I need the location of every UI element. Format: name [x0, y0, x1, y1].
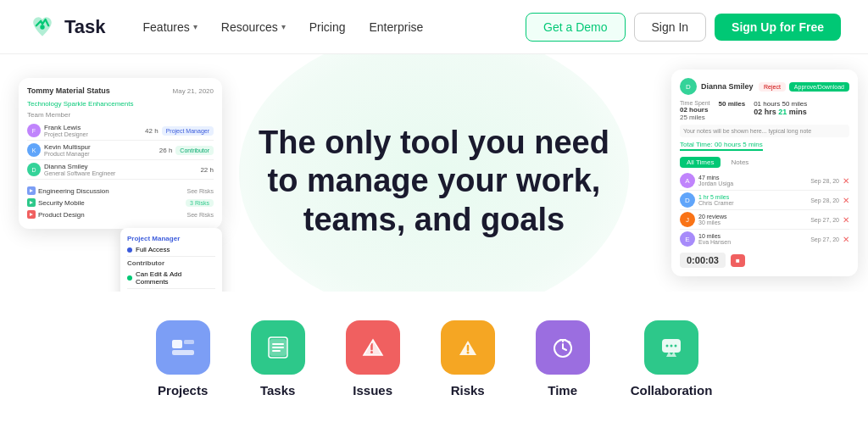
svg-point-10 [370, 351, 373, 353]
section-row: ▸ Engineering Discussion See Risks [27, 185, 214, 197]
time-label: Time [548, 383, 577, 397]
log-avatar: J [680, 212, 695, 227]
right-mockup: D Dianna Smiley Reject Approve/Download … [671, 69, 858, 276]
timer-row: 0:00:03 ■ [680, 253, 849, 268]
mockup-sub: Technology Sparkle Enhancements [27, 100, 214, 108]
delete-icon[interactable]: ✕ [843, 215, 849, 225]
section-row: ▸ Security Mobile 3 Risks [27, 197, 214, 208]
svg-rect-4 [184, 340, 194, 344]
log-avatar: D [680, 192, 695, 208]
delete-icon[interactable]: ✕ [843, 235, 849, 244]
collaboration-label: Collaboration [631, 383, 713, 397]
sections-area: ▸ Engineering Discussion See Risks ▸ Sec… [27, 185, 214, 220]
tab-all-times[interactable]: All Times [680, 157, 721, 168]
risks-icon [441, 320, 495, 375]
get-demo-button[interactable]: Get a Demo [526, 13, 625, 42]
svg-point-17 [665, 345, 668, 347]
log-avatar: A [680, 173, 695, 188]
log-row: E 10 milesEva Hansen Sep 27, 20 ✕ [680, 230, 849, 248]
mockup-project-name: Tommy Material Status [27, 86, 110, 95]
role-popup: Project Manager Full Access Contributor … [120, 228, 222, 292]
svg-point-19 [674, 345, 676, 347]
risks-label: Risks [451, 383, 485, 397]
issues-icon [346, 320, 400, 375]
delete-icon[interactable]: ✕ [843, 196, 849, 205]
issues-label: Issues [353, 383, 392, 397]
mockup-header: D Dianna Smiley Reject Approve/Download [680, 78, 849, 95]
log-row: J 20 reviews30 miles Sep 27, 20 ✕ [680, 210, 849, 230]
left-mockup: Tommy Material Status May 21, 2020 Techn… [19, 78, 222, 229]
svg-point-12 [466, 352, 469, 354]
member-info: Kevin Multispur Product Manager [44, 143, 156, 157]
member-info: Dianna Smiley General Software Engineer [44, 163, 197, 176]
hero-text: The only tool you need to manage your wo… [259, 124, 609, 240]
log-row: D 1 hr 5 milesChris Cramer Sep 28, 20 ✕ [680, 191, 849, 210]
tab-notes[interactable]: Notes [726, 157, 754, 168]
person-name: Dianna Smiley [701, 82, 754, 91]
navbar: Task Features ▾ Resources ▾ Pricing Ente… [0, 0, 868, 54]
avatar: K [27, 143, 41, 157]
time-icon [536, 320, 590, 375]
note-area: Your notes will be shown here... typical… [680, 125, 849, 137]
nav-features[interactable]: Features ▾ [133, 14, 208, 41]
hero-section: Tommy Material Status May 21, 2020 Techn… [0, 54, 868, 292]
log-avatar: E [680, 231, 695, 247]
svg-point-18 [670, 345, 672, 347]
svg-rect-2 [172, 340, 182, 348]
collaboration-icon [644, 320, 698, 375]
member-row: K Kevin Multispur Product Manager 26 h C… [27, 141, 214, 160]
avatar: D [680, 78, 697, 95]
feature-risks[interactable]: Risks [441, 320, 495, 397]
member-row: F Frank Lewis Project Designer 42 h Proj… [27, 121, 214, 141]
logo-label: Task [64, 16, 106, 38]
team-label: Team Member [27, 111, 214, 119]
feature-issues[interactable]: Issues [346, 320, 400, 397]
delete-icon[interactable]: ✕ [843, 176, 849, 186]
feature-tasks[interactable]: Tasks [251, 320, 305, 397]
role-badge: Project Manager [162, 126, 214, 136]
approve-button[interactable]: Approve/Download [789, 82, 849, 92]
log-row: A 47 minsJordan Usiga Sep 28, 20 ✕ [680, 171, 849, 191]
feature-projects[interactable]: Projects [156, 320, 210, 397]
avatar: F [27, 124, 41, 137]
feature-time[interactable]: Time [536, 320, 590, 397]
total-time-label: Total Time: 00 hours 5 mins [680, 141, 763, 151]
logo[interactable]: Task [27, 12, 106, 42]
sign-in-button[interactable]: Sign In [634, 13, 707, 42]
avatar: D [27, 163, 41, 176]
sign-up-button[interactable]: Sign Up for Free [715, 14, 841, 41]
tasks-icon [251, 320, 305, 375]
nav-links: Features ▾ Resources ▾ Pricing Enterpris… [133, 14, 526, 41]
time-summary: Time Spent 02 hours 25 miles 50 miles 01… [680, 100, 849, 121]
svg-point-1 [40, 25, 44, 29]
status-badge: 3 Risks [186, 199, 214, 207]
mockup-date: May 21, 2020 [173, 87, 214, 95]
reject-button[interactable]: Reject [759, 82, 786, 92]
timer-display: 0:00:03 [680, 253, 726, 268]
features-section: Projects Tasks Issues [0, 300, 868, 425]
tabs-row: All Times Notes [680, 157, 849, 168]
chevron-down-icon: ▾ [193, 22, 198, 31]
hero-title: The only tool you need to manage your wo… [259, 124, 609, 240]
feature-collaboration[interactable]: Collaboration [631, 320, 713, 397]
chevron-down-icon: ▾ [281, 22, 286, 31]
nav-resources[interactable]: Resources ▾ [211, 14, 296, 41]
projects-icon [156, 320, 210, 375]
section-row: ▸ Product Design See Risks [27, 208, 214, 220]
nav-actions: Get a Demo Sign In Sign Up for Free [526, 13, 841, 42]
role-badge: Contributor [175, 146, 214, 155]
member-row: D Dianna Smiley General Software Enginee… [27, 160, 214, 180]
nav-pricing[interactable]: Pricing [299, 14, 356, 41]
log-list: A 47 minsJordan Usiga Sep 28, 20 ✕ D 1 h… [680, 171, 849, 248]
member-info: Frank Lewis Project Designer [44, 124, 142, 137]
projects-label: Projects [158, 383, 208, 397]
svg-line-15 [563, 348, 566, 350]
svg-rect-3 [172, 350, 194, 355]
nav-enterprise[interactable]: Enterprise [359, 14, 433, 41]
stop-timer-button[interactable]: ■ [731, 254, 745, 267]
tasks-label: Tasks [260, 383, 295, 397]
